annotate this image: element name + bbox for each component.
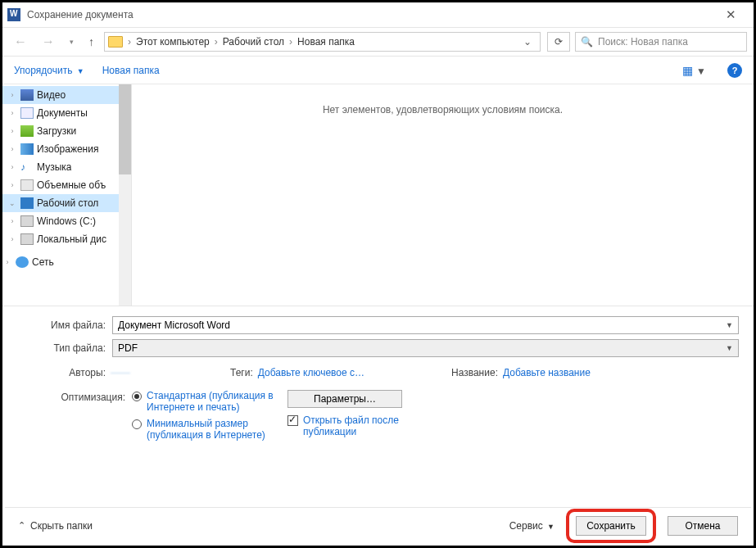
search-placeholder: Поиск: Новая папка: [598, 36, 688, 48]
chevron-icon: ›: [2, 258, 12, 266]
drv-icon: [20, 215, 34, 227]
authors-value[interactable]: ——: [111, 367, 130, 378]
title-bar: Сохранение документа ✕: [2, 2, 754, 27]
search-input[interactable]: 🔍 Поиск: Новая папка: [575, 32, 747, 52]
crumb-desktop[interactable]: Рабочий стол: [220, 36, 287, 48]
network-icon: [16, 256, 29, 268]
save-button[interactable]: Сохранить: [576, 516, 646, 536]
authors-label: Авторы:: [17, 367, 106, 378]
radio-icon: [132, 419, 142, 429]
chevron-right-icon: ›: [128, 36, 131, 48]
chevron-right-icon: ›: [215, 36, 218, 48]
chevron-icon: ›: [7, 217, 17, 225]
help-icon[interactable]: ?: [727, 63, 742, 78]
tree-item-vol[interactable]: ›Объемные объ: [2, 176, 131, 194]
chevron-down-icon[interactable]: ▼: [726, 344, 733, 352]
drv-icon: [20, 233, 34, 245]
chevron-icon: ›: [7, 91, 17, 99]
chevron-icon: ›: [7, 235, 17, 243]
save-highlight: Сохранить: [566, 509, 656, 543]
filetype-value: PDF: [118, 342, 138, 354]
tree-item-mus[interactable]: ›Музыка: [2, 158, 131, 176]
doc-icon: [20, 107, 34, 119]
tree-item-label: Документы: [37, 107, 88, 119]
tree-item-label: Видео: [37, 89, 66, 101]
tree-item-label: Загрузки: [37, 125, 76, 137]
empty-message: Нет элементов, удовлетворяющих условиям …: [132, 104, 754, 115]
save-form: Имя файла: ▼ Тип файла: PDF ▼ Авторы: ——…: [2, 306, 754, 452]
tree-item-film[interactable]: ›Видео: [2, 86, 131, 104]
view-options-icon[interactable]: ▦ ▼: [679, 64, 709, 77]
nav-back-icon[interactable]: ←: [9, 34, 32, 49]
address-dropdown-icon[interactable]: ⌄: [518, 36, 536, 48]
tags-label: Теги:: [230, 367, 253, 378]
tree-item-label: Изображения: [37, 143, 98, 155]
nav-up-icon[interactable]: ↑: [84, 35, 99, 48]
tree-item-doc[interactable]: ›Документы: [2, 104, 131, 122]
vol-icon: [20, 179, 34, 191]
word-app-icon: [7, 8, 20, 21]
optimize-label: Оптимизация:: [17, 390, 132, 446]
filename-field[interactable]: ▼: [112, 316, 739, 334]
chevron-icon: ›: [7, 181, 17, 189]
chevron-icon: ›: [7, 163, 17, 171]
chevron-icon: ›: [7, 109, 17, 117]
breadcrumb[interactable]: › Этот компьютер › Рабочий стол › Новая …: [104, 32, 541, 52]
tree-item-img[interactable]: ›Изображения: [2, 140, 131, 158]
toolbar: Упорядочить ▼ Новая папка ▦ ▼ ?: [2, 57, 754, 84]
service-menu[interactable]: Сервис ▼: [509, 520, 555, 532]
tree-item-drv[interactable]: ›Windows (C:): [2, 212, 131, 230]
folder-icon: [108, 36, 123, 48]
tree-item-drv[interactable]: ›Локальный дис: [2, 230, 131, 248]
optimize-standard-radio[interactable]: Стандартная (публикация в Интернете и пе…: [132, 390, 287, 413]
dialog-footer: ⌃ Скрыть папки Сервис ▼ Сохранить Отмена: [5, 507, 751, 543]
body: ›Видео›Документы›Загрузки›Изображения›Му…: [2, 84, 754, 306]
folder-tree: ›Видео›Документы›Загрузки›Изображения›Му…: [2, 84, 132, 306]
chevron-icon: ›: [7, 127, 17, 135]
tree-item-label: Windows (C:): [37, 215, 96, 227]
close-icon[interactable]: ✕: [713, 7, 749, 22]
tree-item-dl[interactable]: ›Загрузки: [2, 122, 131, 140]
cancel-button[interactable]: Отмена: [668, 516, 738, 536]
title-meta-label: Название:: [451, 367, 498, 378]
tree-item-network[interactable]: ›Сеть: [2, 253, 131, 271]
file-list: Нет элементов, удовлетворяющих условиям …: [132, 84, 754, 306]
checkbox-icon: [287, 415, 298, 426]
filetype-select[interactable]: PDF ▼: [112, 339, 739, 357]
chevron-right-icon: ›: [289, 36, 292, 48]
window-title: Сохранение документа: [27, 9, 713, 20]
hide-folders-toggle[interactable]: ⌃ Скрыть папки: [18, 520, 93, 532]
organize-menu[interactable]: Упорядочить ▼: [14, 65, 84, 76]
tree-item-label: Локальный дис: [37, 233, 106, 245]
refresh-button[interactable]: ⟳: [547, 32, 570, 52]
chevron-up-icon: ⌃: [18, 520, 25, 531]
scrollbar-thumb[interactable]: [119, 84, 131, 174]
optimize-minimal-radio[interactable]: Минимальный размер (публикация в Интерне…: [132, 418, 287, 441]
filetype-label: Тип файла:: [17, 342, 112, 354]
tree-item-label: Рабочий стол: [37, 197, 98, 209]
chevron-down-icon[interactable]: ▼: [726, 321, 733, 329]
tree-item-label: Музыка: [37, 161, 71, 173]
img-icon: [20, 143, 34, 155]
open-after-checkbox[interactable]: Открыть файл после публикации: [287, 414, 451, 437]
radio-icon: [132, 392, 142, 401]
chevron-icon: ⌄: [7, 199, 17, 207]
tags-add-link[interactable]: Добавьте ключевое с…: [258, 367, 364, 378]
filename-label: Имя файла:: [17, 319, 112, 331]
tree-item-label: Сеть: [32, 256, 54, 268]
nav-forward-icon[interactable]: →: [37, 34, 60, 49]
parameters-button[interactable]: Параметры…: [287, 390, 402, 408]
filename-input[interactable]: [118, 319, 726, 331]
mus-icon: [20, 161, 34, 173]
search-icon: 🔍: [581, 36, 593, 48]
title-add-link[interactable]: Добавьте название: [503, 367, 591, 378]
dl-icon: [20, 125, 34, 137]
crumb-computer[interactable]: Этот компьютер: [133, 36, 213, 48]
nav-history-dropdown[interactable]: ▾: [65, 38, 79, 46]
new-folder-button[interactable]: Новая папка: [102, 65, 160, 76]
film-icon: [20, 89, 34, 101]
tree-item-label: Объемные объ: [37, 179, 106, 191]
crumb-folder[interactable]: Новая папка: [294, 36, 358, 48]
tree-item-desk[interactable]: ⌄Рабочий стол: [2, 194, 131, 212]
chevron-icon: ›: [7, 145, 17, 153]
